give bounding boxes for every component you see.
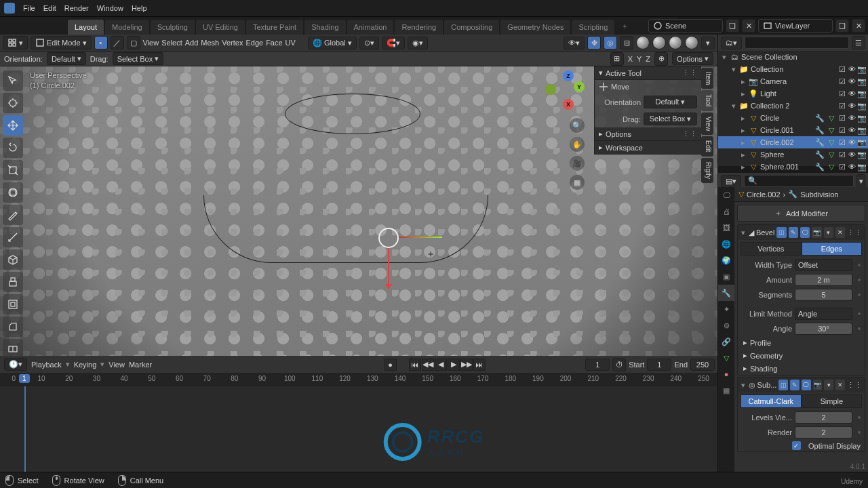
shading-wireframe[interactable] <box>636 36 650 49</box>
ptab-constraints[interactable]: 🔗 <box>718 333 734 350</box>
catmull-option[interactable]: Catmull-Clark <box>741 394 802 408</box>
ptab-mesh[interactable]: ▽ <box>718 350 734 366</box>
amount-field[interactable]: 2 m <box>795 274 852 286</box>
autokey-toggle[interactable]: ● <box>384 359 397 371</box>
bevel-name[interactable]: Bevel <box>756 228 775 237</box>
outliner-item[interactable]: ▸▽Sphere🔧▽☑👁📷 <box>718 148 868 161</box>
outliner-search-input[interactable] <box>745 37 849 49</box>
menu-add[interactable]: Add <box>185 39 199 47</box>
drag-dropdown[interactable]: Select Box ▾ <box>113 52 164 65</box>
menu-file[interactable]: File <box>23 4 35 12</box>
snap-dropdown[interactable]: 🧲▾ <box>382 37 405 49</box>
breadcrumb-object[interactable]: Circle.002 <box>747 190 781 199</box>
vtab-tool[interactable]: Tool <box>701 90 713 110</box>
ptab-viewlayer[interactable]: 🖼 <box>718 220 734 236</box>
vtab-item[interactable]: Item <box>701 68 713 89</box>
play-button[interactable]: ▶ <box>448 359 460 371</box>
shading-rendered[interactable] <box>685 36 698 49</box>
bevel-mode-toggle[interactable]: Vertices Edges <box>741 242 862 256</box>
vtab-rigify[interactable]: Rigify <box>701 158 713 183</box>
add-workspace-button[interactable]: ＋ <box>616 18 634 35</box>
proportional-dropdown[interactable]: ◉▾ <box>408 37 428 49</box>
mod-oncage-toggle[interactable]: ◫ <box>776 227 786 238</box>
tool-extrude[interactable] <box>3 272 23 292</box>
vtab-view[interactable]: View <box>701 113 713 136</box>
animate-dot[interactable] <box>858 293 861 296</box>
visibility-dropdown[interactable]: 👁▾ <box>564 37 585 49</box>
collapse-toggle[interactable]: ▾ <box>741 381 747 390</box>
options-header[interactable]: ▸ Options⋮⋮ <box>595 127 701 141</box>
datablock-search-input[interactable] <box>744 175 854 187</box>
menu-face[interactable]: Face <box>266 39 282 47</box>
navigation-gizmo[interactable]: Z Y X <box>536 69 583 117</box>
scene-delete-button[interactable]: ✕ <box>742 19 755 33</box>
add-modifier-button[interactable]: ＋ Add Modifier <box>737 205 865 222</box>
viewlayer-new-button[interactable]: ❏ <box>835 19 849 33</box>
mod-editmode-toggle[interactable]: ✎ <box>790 380 800 390</box>
options-icon[interactable]: ▾ <box>856 174 865 188</box>
tool-move[interactable] <box>3 115 23 136</box>
frame-range-icon[interactable]: ⏱ <box>612 358 626 371</box>
zoom-button[interactable]: 🔍 <box>570 118 585 133</box>
jump-end-button[interactable]: ⏭ <box>473 359 486 371</box>
tab-shading[interactable]: Shading <box>304 20 345 35</box>
blender-logo-icon[interactable] <box>4 3 15 14</box>
limit-dropdown[interactable]: Angle <box>795 308 852 320</box>
orientation-dropdown[interactable]: Default ▾ <box>47 52 86 65</box>
grip-icon[interactable]: ⋮⋮ <box>847 381 862 390</box>
ptab-world[interactable]: 🌍 <box>718 252 734 268</box>
tool-transform[interactable] <box>3 182 23 203</box>
ptab-particles[interactable]: ✦ <box>718 301 734 317</box>
menu-edit[interactable]: Edit <box>43 4 56 12</box>
camera-view-button[interactable]: 🎥 <box>570 156 585 171</box>
transform-orientation-dropdown[interactable]: 🌐 Global ▾ <box>308 37 357 49</box>
mod-render-toggle[interactable]: 📷 <box>812 227 821 238</box>
axis-z-toggle[interactable]: Z <box>646 55 650 63</box>
current-frame-field[interactable]: 1 <box>585 359 610 371</box>
mod-extras-dropdown[interactable]: ▾ <box>824 380 833 390</box>
tool-add-cube[interactable] <box>3 249 23 270</box>
ptab-texture[interactable]: ▦ <box>718 382 734 399</box>
panel-profile[interactable]: ▸ Profile <box>738 336 865 349</box>
outliner-item[interactable]: ▸▽Sphere.001🔧▽☑👁📷 <box>718 161 868 173</box>
ptab-material[interactable]: ● <box>718 366 734 382</box>
mod-editmode-toggle[interactable]: ✎ <box>789 227 798 238</box>
timeline-ruler[interactable]: 0102030405060708090100110120130140150160… <box>0 373 717 386</box>
breadcrumb-modifier[interactable]: Subdivision <box>800 190 838 199</box>
prev-keyframe-button[interactable]: ◀◀ <box>422 359 434 371</box>
tab-texture-paint[interactable]: Texture Paint <box>246 20 303 35</box>
mesh-filter-1[interactable]: ⊞ <box>610 52 624 66</box>
scene-selector[interactable]: Scene <box>648 19 723 33</box>
outliner-filter-button[interactable]: ☰ <box>852 36 865 49</box>
viewlayer-selector[interactable]: ViewLayer <box>758 19 833 33</box>
axis-y-ball[interactable]: Y <box>574 81 585 92</box>
ptab-modifiers[interactable]: 🔧 <box>718 285 734 301</box>
ptab-physics[interactable]: ⊚ <box>718 317 734 333</box>
menu-vertex[interactable]: Vertex <box>222 39 243 47</box>
np-orientation-dropdown[interactable]: Default ▾ <box>644 96 697 108</box>
move-gizmo-ring[interactable] <box>378 228 399 248</box>
menu-uv[interactable]: UV <box>285 39 296 47</box>
jump-start-button[interactable]: ⏮ <box>409 359 421 371</box>
timeline-body[interactable] <box>0 386 717 472</box>
shading-material[interactable] <box>669 36 682 49</box>
simple-option[interactable]: Simple <box>802 394 863 408</box>
menu-view[interactable]: View <box>143 39 159 47</box>
grip-icon[interactable]: ⋮⋮ <box>847 228 862 237</box>
shading-options-dropdown[interactable]: ▾ <box>701 37 715 49</box>
gizmo-toggle[interactable]: ✥ <box>587 36 601 49</box>
pan-button[interactable]: ✋ <box>570 137 585 152</box>
panel-grip-icon[interactable]: ⋮⋮ <box>682 68 697 77</box>
angle-field[interactable]: 30° <box>795 323 852 335</box>
tl-playback[interactable]: Playback <box>31 361 62 369</box>
outliner-item[interactable]: ▸▽Circle.001🔧▽☑👁📷 <box>718 124 868 136</box>
outliner-item[interactable]: ▸💡Light☑👁📷 <box>718 87 868 100</box>
mod-render-toggle[interactable]: 📷 <box>813 380 823 390</box>
display-mode-dropdown[interactable]: ▤▾ <box>721 175 741 188</box>
menu-edge[interactable]: Edge <box>245 39 263 47</box>
vtab-edit[interactable]: Edit <box>701 136 713 156</box>
animate-dot[interactable] <box>858 416 861 419</box>
axis-z-ball[interactable]: Z <box>563 70 574 81</box>
animate-dot[interactable] <box>858 327 861 330</box>
options-dropdown[interactable]: Options ▾ <box>672 52 713 65</box>
